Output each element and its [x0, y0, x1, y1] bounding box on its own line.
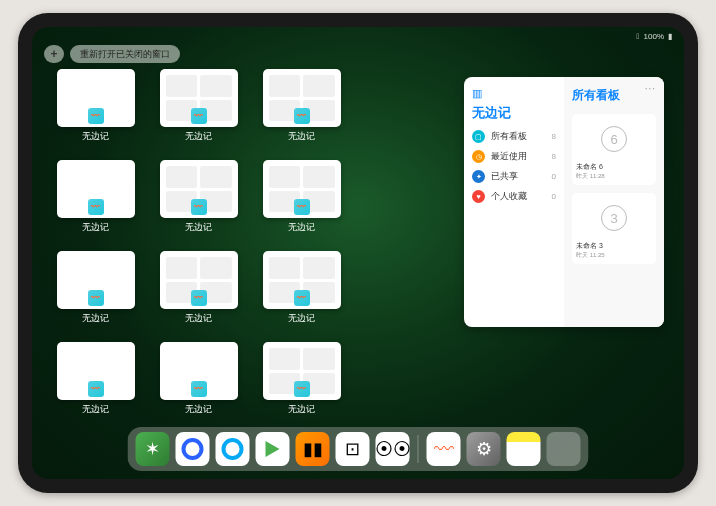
window-thumb[interactable]: 〰无边记 — [155, 160, 242, 243]
dock-settings-icon[interactable]: ⚙ — [467, 432, 501, 466]
thumb-label: 无边记 — [288, 403, 315, 416]
panel-sidebar: ▥ 无边记 ▢所有看板8◷最近使用8✦已共享0♥个人收藏0 — [464, 77, 564, 327]
thumb-label: 无边记 — [82, 130, 109, 143]
board-item[interactable]: 6未命名 6昨天 11:28 — [572, 114, 656, 185]
board-preview: 6 — [576, 118, 652, 160]
dock-game-icon[interactable]: ⊡ — [336, 432, 370, 466]
window-thumb[interactable]: 〰无边记 — [155, 342, 242, 425]
panel-section-title: 所有看板 — [572, 87, 656, 104]
wifi-icon: 􀙇 — [637, 32, 640, 41]
menu-count: 8 — [552, 152, 556, 161]
board-name: 未命名 3 — [576, 241, 652, 251]
board-preview: 3 — [576, 197, 652, 239]
thumb-label: 无边记 — [185, 221, 212, 234]
more-icon[interactable]: ··· — [645, 83, 656, 94]
sidebar-item[interactable]: ✦已共享0 — [472, 170, 556, 183]
window-thumb[interactable]: 〰无边记 — [155, 251, 242, 334]
add-button[interactable]: + — [44, 45, 64, 63]
ipad-frame: 􀙇 100% ▮ + 重新打开已关闭的窗口 〰无边记〰无边记〰无边记〰无边记〰无… — [18, 13, 698, 493]
thumb-label: 无边记 — [185, 312, 212, 325]
freeform-app-icon: 〰 — [191, 199, 207, 215]
menu-icon: ▢ — [472, 130, 485, 143]
dock-play-icon[interactable] — [256, 432, 290, 466]
thumb-label: 无边记 — [82, 312, 109, 325]
freeform-app-icon: 〰 — [88, 199, 104, 215]
window-thumbnails: 〰无边记〰无边记〰无边记〰无边记〰无边记〰无边记〰无边记〰无边记〰无边记〰无边记… — [52, 69, 448, 425]
window-thumb[interactable]: 〰无边记 — [258, 69, 345, 152]
freeform-app-icon: 〰 — [294, 108, 310, 124]
thumb-window: 〰 — [263, 342, 341, 400]
dock-notes-icon[interactable] — [507, 432, 541, 466]
thumb-label: 无边记 — [185, 130, 212, 143]
freeform-panel[interactable]: ··· ▥ 无边记 ▢所有看板8◷最近使用8✦已共享0♥个人收藏0 所有看板 6… — [464, 77, 664, 327]
thumb-label: 无边记 — [185, 403, 212, 416]
board-date: 昨天 11:25 — [576, 251, 652, 260]
reopen-window-button[interactable]: 重新打开已关闭的窗口 — [70, 45, 180, 63]
thumb-window: 〰 — [160, 251, 238, 309]
battery-label: 100% — [644, 32, 664, 41]
dock-books-icon[interactable]: ▮▮ — [296, 432, 330, 466]
window-thumb[interactable]: 〰无边记 — [52, 342, 139, 425]
freeform-app-icon: 〰 — [88, 108, 104, 124]
menu-count: 8 — [552, 132, 556, 141]
window-thumb[interactable]: 〰无边记 — [52, 251, 139, 334]
screen: 􀙇 100% ▮ + 重新打开已关闭的窗口 〰无边记〰无边记〰无边记〰无边记〰无… — [32, 27, 684, 479]
menu-label: 个人收藏 — [491, 190, 546, 203]
freeform-app-icon: 〰 — [191, 381, 207, 397]
freeform-app-icon: 〰 — [88, 290, 104, 306]
thumb-window: 〰 — [263, 69, 341, 127]
window-thumb[interactable]: 〰无边记 — [258, 251, 345, 334]
menu-count: 0 — [552, 192, 556, 201]
freeform-app-icon: 〰 — [191, 290, 207, 306]
app-switcher-content: 〰无边记〰无边记〰无边记〰无边记〰无边记〰无边记〰无边记〰无边记〰无边记〰无边记… — [32, 69, 684, 425]
board-name: 未命名 6 — [576, 162, 652, 172]
freeform-app-icon: 〰 — [294, 199, 310, 215]
menu-count: 0 — [552, 172, 556, 181]
dock-qq-icon[interactable] — [216, 432, 250, 466]
thumb-window: 〰 — [57, 69, 135, 127]
dock-quark-icon[interactable] — [176, 432, 210, 466]
panel-title: 无边记 — [472, 104, 556, 122]
thumb-label: 无边记 — [288, 312, 315, 325]
dock-freeform-icon[interactable]: 〰 — [427, 432, 461, 466]
panel-main: 所有看板 6未命名 6昨天 11:283未命名 3昨天 11:25 — [564, 77, 664, 327]
thumb-window: 〰 — [160, 342, 238, 400]
thumb-label: 无边记 — [82, 403, 109, 416]
dock-grid-icon[interactable]: ⦿⦿ — [376, 432, 410, 466]
window-thumb[interactable]: 〰无边记 — [52, 69, 139, 152]
thumb-window: 〰 — [263, 160, 341, 218]
menu-label: 最近使用 — [491, 150, 546, 163]
thumb-label: 无边记 — [82, 221, 109, 234]
sidebar-icon: ▥ — [472, 87, 482, 100]
sidebar-item[interactable]: ▢所有看板8 — [472, 130, 556, 143]
thumb-window: 〰 — [263, 251, 341, 309]
board-item[interactable]: 3未命名 3昨天 11:25 — [572, 193, 656, 264]
thumb-label: 无边记 — [288, 130, 315, 143]
freeform-app-icon: 〰 — [294, 290, 310, 306]
window-thumb[interactable]: 〰无边记 — [258, 342, 345, 425]
freeform-app-icon: 〰 — [294, 381, 310, 397]
menu-label: 已共享 — [491, 170, 546, 183]
thumb-window: 〰 — [160, 69, 238, 127]
thumb-window: 〰 — [57, 251, 135, 309]
window-thumb[interactable]: 〰无边记 — [155, 69, 242, 152]
boards-list: 6未命名 6昨天 11:283未命名 3昨天 11:25 — [572, 114, 656, 264]
dock-wechat-icon[interactable]: ✶ — [136, 432, 170, 466]
status-bar: 􀙇 100% ▮ — [32, 27, 684, 45]
menu-icon: ◷ — [472, 150, 485, 163]
freeform-app-icon: 〰 — [191, 108, 207, 124]
thumb-window: 〰 — [57, 342, 135, 400]
menu-icon: ✦ — [472, 170, 485, 183]
sidebar-menu: ▢所有看板8◷最近使用8✦已共享0♥个人收藏0 — [472, 130, 556, 203]
window-thumb[interactable]: 〰无边记 — [52, 160, 139, 243]
window-thumb[interactable]: 〰无边记 — [258, 160, 345, 243]
menu-label: 所有看板 — [491, 130, 546, 143]
menu-icon: ♥ — [472, 190, 485, 203]
dock-folder-icon[interactable] — [547, 432, 581, 466]
sidebar-item[interactable]: ◷最近使用8 — [472, 150, 556, 163]
sidebar-item[interactable]: ♥个人收藏0 — [472, 190, 556, 203]
thumb-window: 〰 — [160, 160, 238, 218]
freeform-app-icon: 〰 — [88, 381, 104, 397]
top-controls: + 重新打开已关闭的窗口 — [44, 45, 180, 63]
dock: ✶▮▮⊡⦿⦿〰⚙ — [128, 427, 589, 471]
